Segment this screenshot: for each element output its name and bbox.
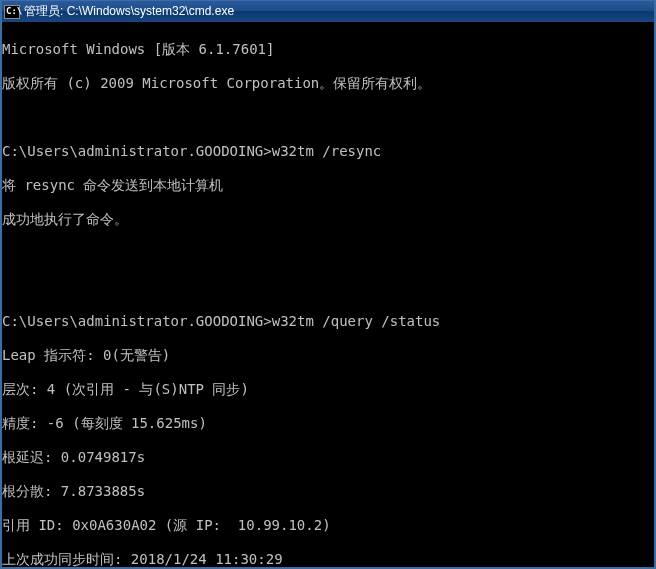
- cmd-window: C:\ 管理员: C:\Windows\system32\cmd.exe Mic…: [0, 0, 656, 569]
- output-line: 上次成功同步时间: 2018/1/24 11:30:29: [2, 551, 654, 567]
- output-line: [2, 109, 654, 126]
- terminal-output[interactable]: Microsoft Windows [版本 6.1.7601] 版权所有 (c)…: [2, 22, 654, 567]
- output-line: 精度: -6 (每刻度 15.625ms): [2, 415, 654, 432]
- titlebar-text: 管理员: C:\Windows\system32\cmd.exe: [24, 3, 234, 20]
- command-text: w32tm /query /status: [272, 313, 441, 329]
- output-line: 成功地执行了命令。: [2, 211, 654, 228]
- output-line: 层次: 4 (次引用 - 与(S)NTP 同步): [2, 381, 654, 398]
- command-text: w32tm /resync: [272, 143, 382, 159]
- output-line: 根分散: 7.8733885s: [2, 483, 654, 500]
- prompt-line: C:\Users\administrator.GOODOING>w32tm /q…: [2, 313, 654, 330]
- prompt: C:\Users\administrator.GOODOING>: [2, 313, 272, 329]
- output-line: 将 resync 命令发送到本地计算机: [2, 177, 654, 194]
- output-line: 根延迟: 0.0749817s: [2, 449, 654, 466]
- titlebar[interactable]: C:\ 管理员: C:\Windows\system32\cmd.exe: [2, 0, 654, 22]
- output-line: [2, 245, 654, 262]
- output-line: 引用 ID: 0x0A630A02 (源 IP: 10.99.10.2): [2, 517, 654, 534]
- cmd-icon: C:\: [4, 5, 20, 19]
- prompt: C:\Users\administrator.GOODOING>: [2, 143, 272, 159]
- prompt-line: C:\Users\administrator.GOODOING>w32tm /r…: [2, 143, 654, 160]
- output-line: Leap 指示符: 0(无警告): [2, 347, 654, 364]
- output-line: 版权所有 (c) 2009 Microsoft Corporation。保留所有…: [2, 75, 654, 92]
- output-line: Microsoft Windows [版本 6.1.7601]: [2, 41, 654, 58]
- output-line: [2, 279, 654, 296]
